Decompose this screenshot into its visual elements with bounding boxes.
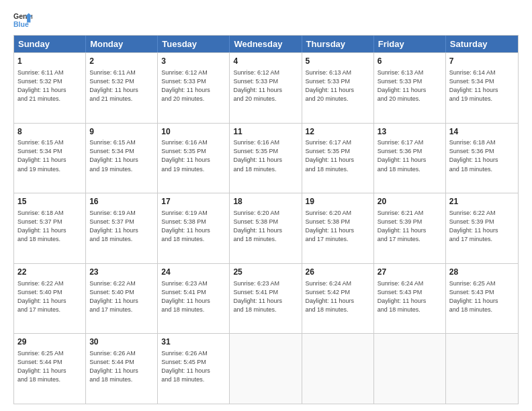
cell-sun-info: Sunrise: 6:17 AMSunset: 5:36 PMDaylight:… (378, 138, 442, 173)
cell-sun-info: Sunrise: 6:20 AMSunset: 5:38 PMDaylight:… (233, 209, 298, 244)
cell-sun-info: Sunrise: 6:19 AMSunset: 5:38 PMDaylight:… (161, 209, 226, 244)
day-number: 19 (306, 196, 370, 208)
header-day-sunday: Sunday (14, 36, 86, 52)
calendar-day-22: 22Sunrise: 6:22 AMSunset: 5:40 PMDayligh… (14, 264, 86, 334)
day-number: 13 (378, 126, 442, 138)
cell-sun-info: Sunrise: 6:21 AMSunset: 5:39 PMDaylight:… (378, 209, 442, 244)
calendar-header-row: SundayMondayTuesdayWednesdayThursdayFrid… (14, 36, 518, 52)
day-number: 21 (449, 196, 515, 208)
day-number: 20 (378, 196, 442, 208)
day-number: 3 (161, 56, 226, 67)
calendar-cell-empty (230, 334, 302, 404)
calendar: SundayMondayTuesdayWednesdayThursdayFrid… (13, 35, 519, 404)
cell-sun-info: Sunrise: 6:16 AMSunset: 5:35 PMDaylight:… (161, 138, 226, 173)
cell-sun-info: Sunrise: 6:13 AMSunset: 5:33 PMDaylight:… (306, 68, 370, 103)
cell-sun-info: Sunrise: 6:24 AMSunset: 5:43 PMDaylight:… (378, 279, 442, 314)
day-number: 7 (449, 56, 515, 67)
cell-sun-info: Sunrise: 6:12 AMSunset: 5:33 PMDaylight:… (161, 68, 226, 103)
cell-sun-info: Sunrise: 6:23 AMSunset: 5:41 PMDaylight:… (161, 279, 226, 314)
calendar-week-1: 1Sunrise: 6:11 AMSunset: 5:32 PMDaylight… (14, 52, 518, 123)
calendar-day-7: 7Sunrise: 6:14 AMSunset: 5:34 PMDaylight… (446, 53, 518, 123)
calendar-day-31: 31Sunrise: 6:26 AMSunset: 5:45 PMDayligh… (158, 334, 230, 404)
cell-sun-info: Sunrise: 6:26 AMSunset: 5:45 PMDaylight:… (161, 349, 226, 384)
calendar-day-13: 13Sunrise: 6:17 AMSunset: 5:36 PMDayligh… (374, 124, 446, 193)
day-number: 22 (17, 267, 82, 278)
day-number: 5 (306, 56, 370, 67)
day-number: 1 (17, 56, 82, 67)
day-number: 6 (378, 56, 442, 67)
calendar-day-23: 23Sunrise: 6:22 AMSunset: 5:40 PMDayligh… (86, 264, 158, 334)
calendar-day-28: 28Sunrise: 6:25 AMSunset: 5:43 PMDayligh… (446, 264, 518, 334)
day-number: 24 (161, 267, 226, 278)
day-number: 15 (17, 196, 82, 208)
day-number: 8 (17, 126, 82, 138)
cell-sun-info: Sunrise: 6:22 AMSunset: 5:40 PMDaylight:… (89, 279, 154, 314)
cell-sun-info: Sunrise: 6:25 AMSunset: 5:44 PMDaylight:… (17, 349, 82, 384)
calendar-day-15: 15Sunrise: 6:18 AMSunset: 5:37 PMDayligh… (14, 193, 86, 263)
day-number: 9 (89, 126, 154, 138)
header-day-friday: Friday (374, 36, 446, 52)
cell-sun-info: Sunrise: 6:14 AMSunset: 5:34 PMDaylight:… (449, 68, 515, 103)
calendar-week-4: 22Sunrise: 6:22 AMSunset: 5:40 PMDayligh… (14, 263, 518, 334)
calendar-week-2: 8Sunrise: 6:15 AMSunset: 5:34 PMDaylight… (14, 123, 518, 193)
calendar-cell-empty (446, 334, 518, 404)
calendar-day-27: 27Sunrise: 6:24 AMSunset: 5:43 PMDayligh… (374, 264, 446, 334)
cell-sun-info: Sunrise: 6:18 AMSunset: 5:37 PMDaylight:… (17, 209, 82, 244)
header: General Blue (13, 11, 519, 30)
day-number: 10 (161, 126, 226, 138)
day-number: 29 (17, 336, 82, 348)
day-number: 14 (449, 126, 515, 138)
calendar-body: 1Sunrise: 6:11 AMSunset: 5:32 PMDaylight… (14, 52, 518, 404)
calendar-day-8: 8Sunrise: 6:15 AMSunset: 5:34 PMDaylight… (14, 124, 86, 193)
header-day-wednesday: Wednesday (230, 36, 302, 52)
cell-sun-info: Sunrise: 6:15 AMSunset: 5:34 PMDaylight:… (17, 138, 82, 173)
cell-sun-info: Sunrise: 6:23 AMSunset: 5:41 PMDaylight:… (233, 279, 298, 314)
calendar-cell-empty (302, 334, 374, 404)
cell-sun-info: Sunrise: 6:26 AMSunset: 5:44 PMDaylight:… (89, 349, 154, 384)
day-number: 25 (233, 267, 298, 278)
day-number: 4 (233, 56, 298, 67)
calendar-day-6: 6Sunrise: 6:13 AMSunset: 5:33 PMDaylight… (374, 53, 446, 123)
cell-sun-info: Sunrise: 6:15 AMSunset: 5:34 PMDaylight:… (89, 138, 154, 173)
day-number: 23 (89, 267, 154, 278)
calendar-day-17: 17Sunrise: 6:19 AMSunset: 5:38 PMDayligh… (158, 193, 230, 263)
calendar-day-9: 9Sunrise: 6:15 AMSunset: 5:34 PMDaylight… (86, 124, 158, 193)
day-number: 27 (378, 267, 442, 278)
day-number: 28 (449, 267, 515, 278)
calendar-day-20: 20Sunrise: 6:21 AMSunset: 5:39 PMDayligh… (374, 193, 446, 263)
header-day-tuesday: Tuesday (158, 36, 230, 52)
day-number: 11 (233, 126, 298, 138)
cell-sun-info: Sunrise: 6:16 AMSunset: 5:35 PMDaylight:… (233, 138, 298, 173)
cell-sun-info: Sunrise: 6:20 AMSunset: 5:38 PMDaylight:… (306, 209, 370, 244)
calendar-day-12: 12Sunrise: 6:17 AMSunset: 5:35 PMDayligh… (302, 124, 374, 193)
calendar-day-19: 19Sunrise: 6:20 AMSunset: 5:38 PMDayligh… (302, 193, 374, 263)
day-number: 12 (306, 126, 370, 138)
cell-sun-info: Sunrise: 6:24 AMSunset: 5:42 PMDaylight:… (306, 279, 370, 314)
cell-sun-info: Sunrise: 6:13 AMSunset: 5:33 PMDaylight:… (378, 68, 442, 103)
cell-sun-info: Sunrise: 6:22 AMSunset: 5:40 PMDaylight:… (17, 279, 82, 314)
calendar-day-30: 30Sunrise: 6:26 AMSunset: 5:44 PMDayligh… (86, 334, 158, 404)
calendar-day-2: 2Sunrise: 6:11 AMSunset: 5:32 PMDaylight… (86, 53, 158, 123)
day-number: 16 (89, 196, 154, 208)
calendar-day-29: 29Sunrise: 6:25 AMSunset: 5:44 PMDayligh… (14, 334, 86, 404)
cell-sun-info: Sunrise: 6:11 AMSunset: 5:32 PMDaylight:… (89, 68, 154, 103)
calendar-day-5: 5Sunrise: 6:13 AMSunset: 5:33 PMDaylight… (302, 53, 374, 123)
day-number: 18 (233, 196, 298, 208)
day-number: 2 (89, 56, 154, 67)
cell-sun-info: Sunrise: 6:19 AMSunset: 5:37 PMDaylight:… (89, 209, 154, 244)
svg-text:Blue: Blue (13, 20, 29, 28)
calendar-day-10: 10Sunrise: 6:16 AMSunset: 5:35 PMDayligh… (158, 124, 230, 193)
cell-sun-info: Sunrise: 6:18 AMSunset: 5:36 PMDaylight:… (449, 138, 515, 173)
page: General Blue SundayMondayTuesdayWednesda… (0, 0, 532, 411)
calendar-day-16: 16Sunrise: 6:19 AMSunset: 5:37 PMDayligh… (86, 193, 158, 263)
logo: General Blue (13, 11, 32, 30)
calendar-day-11: 11Sunrise: 6:16 AMSunset: 5:35 PMDayligh… (230, 124, 302, 193)
calendar-day-1: 1Sunrise: 6:11 AMSunset: 5:32 PMDaylight… (14, 53, 86, 123)
day-number: 17 (161, 196, 226, 208)
calendar-day-4: 4Sunrise: 6:12 AMSunset: 5:33 PMDaylight… (230, 53, 302, 123)
cell-sun-info: Sunrise: 6:17 AMSunset: 5:35 PMDaylight:… (306, 138, 370, 173)
calendar-day-21: 21Sunrise: 6:22 AMSunset: 5:39 PMDayligh… (446, 193, 518, 263)
header-day-monday: Monday (86, 36, 158, 52)
cell-sun-info: Sunrise: 6:22 AMSunset: 5:39 PMDaylight:… (449, 209, 515, 244)
calendar-day-25: 25Sunrise: 6:23 AMSunset: 5:41 PMDayligh… (230, 264, 302, 334)
